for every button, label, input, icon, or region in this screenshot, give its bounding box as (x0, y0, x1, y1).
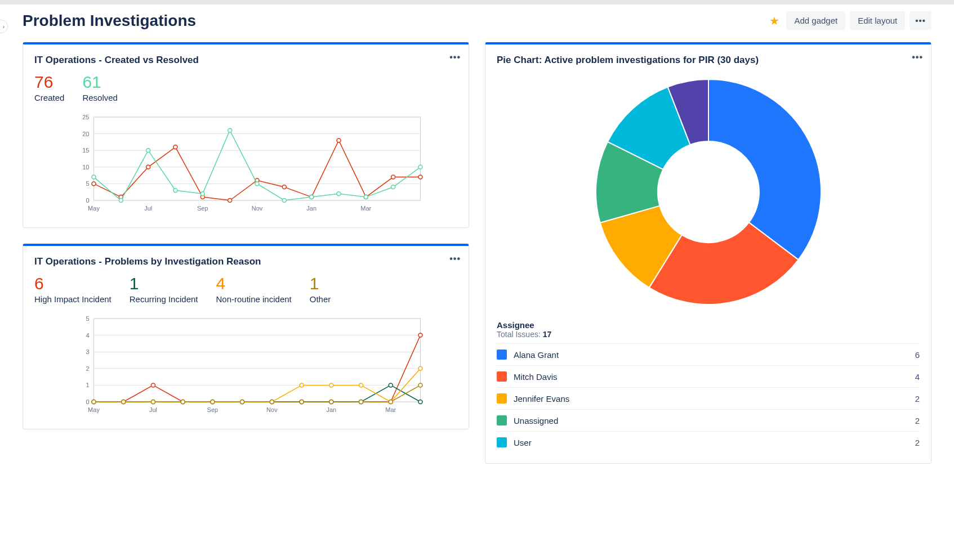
stat-value: 1 (130, 275, 198, 292)
svg-point-107 (300, 400, 304, 404)
legend-name: Mitch Davis (514, 372, 915, 382)
legend-count: 2 (915, 416, 920, 425)
svg-point-97 (359, 383, 363, 387)
svg-point-26 (282, 185, 286, 189)
svg-text:1: 1 (86, 382, 89, 388)
stat-other: 1 Other (310, 275, 331, 304)
legend-count: 6 (915, 350, 920, 360)
svg-point-104 (211, 400, 215, 404)
card-pie-assignee: ••• Pie Chart: Active problem investigat… (485, 42, 931, 464)
legend-row[interactable]: Jennifer Evans2 (497, 387, 920, 409)
stats-row: 76 Created 61 Resolved (34, 74, 457, 102)
header-actions: ★ Add gadget Edit layout ••• (769, 11, 931, 30)
svg-text:3: 3 (86, 348, 89, 355)
svg-text:Jul: Jul (144, 205, 152, 212)
svg-point-43 (391, 185, 395, 189)
stat-recurring: 1 Recurring Incident (130, 275, 198, 304)
legend-subtitle: Total Issues: 17 (497, 330, 920, 339)
chart-problems-by-reason: 012345MayJulSepNovJanMar (34, 315, 457, 416)
svg-text:4: 4 (86, 332, 89, 339)
legend-row[interactable]: User2 (497, 431, 920, 453)
legend-count: 2 (915, 394, 920, 404)
svg-text:5: 5 (86, 315, 89, 322)
legend-swatch (497, 350, 507, 360)
svg-text:Mar: Mar (360, 205, 371, 212)
pie-slice[interactable] (708, 79, 821, 260)
stat-value: 4 (216, 275, 291, 292)
expand-sidebar-handle[interactable]: › (0, 20, 8, 33)
legend-total-value: 17 (543, 330, 552, 339)
svg-point-41 (337, 192, 341, 196)
svg-point-102 (151, 400, 155, 404)
stat-created: 76 Created (34, 74, 64, 102)
svg-text:Nov: Nov (252, 205, 263, 212)
svg-point-22 (173, 145, 177, 149)
legend-title: Assignee (497, 320, 920, 330)
svg-point-37 (228, 128, 232, 132)
svg-point-24 (228, 199, 232, 203)
legend-count: 4 (915, 372, 920, 382)
svg-point-44 (418, 165, 422, 169)
svg-point-86 (389, 383, 393, 387)
svg-point-87 (418, 400, 422, 404)
svg-point-32 (92, 175, 96, 179)
svg-text:2: 2 (86, 365, 89, 372)
legend-row[interactable]: Alana Grant6 (497, 343, 920, 365)
star-icon[interactable]: ★ (769, 14, 779, 28)
stat-label: Resolved (82, 93, 118, 102)
stat-value: 76 (34, 74, 64, 91)
svg-point-100 (92, 400, 96, 404)
legend-swatch (497, 393, 507, 404)
card-menu-button[interactable]: ••• (449, 254, 461, 264)
card-title: Pie Chart: Active problem investigations… (497, 55, 920, 66)
card-title: IT Operations - Problems by Investigatio… (34, 256, 457, 267)
legend-swatch (497, 371, 507, 382)
edit-layout-button[interactable]: Edit layout (850, 11, 905, 30)
svg-point-111 (418, 383, 422, 387)
svg-text:May: May (88, 406, 100, 413)
stat-resolved: 61 Resolved (82, 74, 118, 102)
legend-name: Alana Grant (514, 350, 915, 360)
card-menu-button[interactable]: ••• (912, 52, 923, 62)
svg-rect-0 (94, 117, 421, 200)
stat-label: Other (310, 294, 331, 304)
svg-text:0: 0 (86, 197, 89, 204)
stat-nonroutine: 4 Non-routine incident (216, 275, 291, 304)
stats-row: 6 High Impact Incident 1 Recurring Incid… (34, 275, 457, 304)
svg-text:Jan: Jan (326, 406, 336, 413)
svg-point-40 (310, 195, 314, 199)
stat-high-impact: 6 High Impact Incident (34, 275, 112, 304)
legend-total-label: Total Issues: (497, 330, 543, 339)
card-title: IT Operations - Created vs Resolved (34, 55, 457, 66)
svg-point-28 (337, 138, 341, 142)
legend-name: User (514, 438, 915, 447)
svg-point-106 (270, 400, 274, 404)
legend-swatch (497, 437, 507, 447)
donut-chart (590, 74, 827, 310)
stat-value: 61 (82, 74, 118, 91)
svg-point-33 (119, 199, 123, 203)
more-actions-button[interactable]: ••• (910, 11, 931, 30)
legend-row[interactable]: Unassigned2 (497, 409, 920, 431)
svg-text:May: May (88, 205, 100, 212)
svg-point-103 (181, 400, 185, 404)
svg-text:15: 15 (82, 147, 89, 154)
stat-value: 6 (34, 275, 112, 292)
legend-list: Alana Grant6Mitch Davis4Jennifer Evans2U… (497, 343, 920, 453)
svg-text:Sep: Sep (207, 406, 219, 413)
stat-value: 1 (310, 275, 331, 292)
svg-point-96 (329, 383, 333, 387)
svg-point-109 (359, 400, 363, 404)
svg-text:Nov: Nov (266, 406, 278, 413)
svg-point-75 (418, 333, 422, 337)
svg-point-34 (146, 149, 150, 153)
card-menu-button[interactable]: ••• (449, 52, 461, 62)
svg-point-36 (200, 192, 204, 196)
add-gadget-button[interactable]: Add gadget (786, 11, 845, 30)
svg-point-42 (364, 195, 368, 199)
svg-point-105 (240, 400, 244, 404)
svg-text:Jan: Jan (306, 205, 316, 212)
legend-row[interactable]: Mitch Davis4 (497, 365, 920, 387)
svg-point-39 (282, 199, 286, 203)
legend-count: 2 (915, 438, 920, 447)
